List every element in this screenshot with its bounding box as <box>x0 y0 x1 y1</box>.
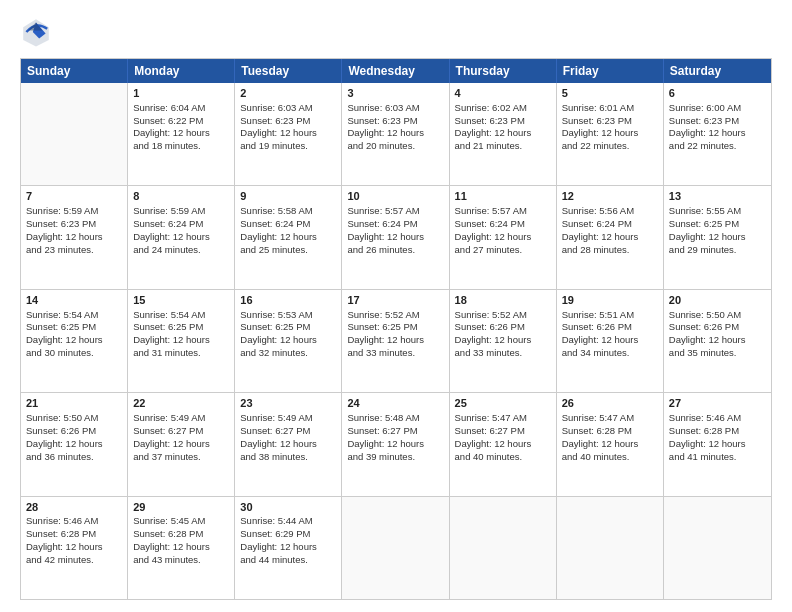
day-info: and 26 minutes. <box>347 244 443 257</box>
day-number: 23 <box>240 396 336 411</box>
day-info: Daylight: 12 hours <box>669 438 766 451</box>
page: Sunday Monday Tuesday Wednesday Thursday… <box>0 0 792 612</box>
day-info: Sunset: 6:26 PM <box>669 321 766 334</box>
day-info: Daylight: 12 hours <box>562 438 658 451</box>
calendar-cell: 18Sunrise: 5:52 AMSunset: 6:26 PMDayligh… <box>450 290 557 392</box>
day-info: Daylight: 12 hours <box>347 438 443 451</box>
day-info: Daylight: 12 hours <box>133 541 229 554</box>
calendar-cell: 15Sunrise: 5:54 AMSunset: 6:25 PMDayligh… <box>128 290 235 392</box>
day-info: and 23 minutes. <box>26 244 122 257</box>
day-info: Daylight: 12 hours <box>133 231 229 244</box>
day-info: and 38 minutes. <box>240 451 336 464</box>
day-info: and 22 minutes. <box>562 140 658 153</box>
day-info: Daylight: 12 hours <box>240 231 336 244</box>
calendar-row-2: 14Sunrise: 5:54 AMSunset: 6:25 PMDayligh… <box>21 290 771 393</box>
day-info: Sunset: 6:23 PM <box>347 115 443 128</box>
day-info: Daylight: 12 hours <box>347 127 443 140</box>
calendar-cell: 22Sunrise: 5:49 AMSunset: 6:27 PMDayligh… <box>128 393 235 495</box>
day-number: 17 <box>347 293 443 308</box>
calendar-cell: 23Sunrise: 5:49 AMSunset: 6:27 PMDayligh… <box>235 393 342 495</box>
day-info: Sunrise: 5:46 AM <box>669 412 766 425</box>
day-number: 25 <box>455 396 551 411</box>
day-info: Sunrise: 5:48 AM <box>347 412 443 425</box>
day-info: Daylight: 12 hours <box>240 127 336 140</box>
calendar-cell: 13Sunrise: 5:55 AMSunset: 6:25 PMDayligh… <box>664 186 771 288</box>
header-sunday: Sunday <box>21 59 128 83</box>
day-info: and 20 minutes. <box>347 140 443 153</box>
day-info: and 37 minutes. <box>133 451 229 464</box>
day-info: and 25 minutes. <box>240 244 336 257</box>
day-info: Sunrise: 5:49 AM <box>240 412 336 425</box>
day-number: 19 <box>562 293 658 308</box>
day-info: Daylight: 12 hours <box>669 127 766 140</box>
day-info: Sunrise: 5:52 AM <box>455 309 551 322</box>
logo <box>20 16 56 48</box>
day-info: and 33 minutes. <box>455 347 551 360</box>
day-info: Daylight: 12 hours <box>347 334 443 347</box>
day-info: Sunset: 6:24 PM <box>240 218 336 231</box>
day-number: 18 <box>455 293 551 308</box>
day-info: Sunrise: 6:02 AM <box>455 102 551 115</box>
calendar-cell: 10Sunrise: 5:57 AMSunset: 6:24 PMDayligh… <box>342 186 449 288</box>
calendar-cell <box>21 83 128 185</box>
day-info: Sunrise: 5:55 AM <box>669 205 766 218</box>
day-info: and 18 minutes. <box>133 140 229 153</box>
day-info: Daylight: 12 hours <box>455 438 551 451</box>
day-info: Sunset: 6:24 PM <box>455 218 551 231</box>
calendar-cell: 5Sunrise: 6:01 AMSunset: 6:23 PMDaylight… <box>557 83 664 185</box>
day-info: and 39 minutes. <box>347 451 443 464</box>
calendar-row-1: 7Sunrise: 5:59 AMSunset: 6:23 PMDaylight… <box>21 186 771 289</box>
day-number: 29 <box>133 500 229 515</box>
day-info: Sunrise: 5:58 AM <box>240 205 336 218</box>
day-info: Sunset: 6:29 PM <box>240 528 336 541</box>
day-info: Sunrise: 5:50 AM <box>669 309 766 322</box>
day-info: and 33 minutes. <box>347 347 443 360</box>
day-info: and 43 minutes. <box>133 554 229 567</box>
day-info: and 31 minutes. <box>133 347 229 360</box>
day-info: Sunrise: 5:57 AM <box>455 205 551 218</box>
day-info: Sunset: 6:23 PM <box>240 115 336 128</box>
calendar-cell: 9Sunrise: 5:58 AMSunset: 6:24 PMDaylight… <box>235 186 342 288</box>
day-info: Sunrise: 5:46 AM <box>26 515 122 528</box>
day-info: Sunset: 6:28 PM <box>133 528 229 541</box>
day-info: Sunrise: 5:59 AM <box>133 205 229 218</box>
day-info: Daylight: 12 hours <box>240 541 336 554</box>
day-info: Sunrise: 5:53 AM <box>240 309 336 322</box>
day-number: 22 <box>133 396 229 411</box>
day-info: Sunset: 6:23 PM <box>26 218 122 231</box>
calendar-cell: 7Sunrise: 5:59 AMSunset: 6:23 PMDaylight… <box>21 186 128 288</box>
day-number: 9 <box>240 189 336 204</box>
header-thursday: Thursday <box>450 59 557 83</box>
day-info: Sunrise: 5:47 AM <box>455 412 551 425</box>
day-number: 11 <box>455 189 551 204</box>
day-info: Sunrise: 5:51 AM <box>562 309 658 322</box>
calendar-cell: 3Sunrise: 6:03 AMSunset: 6:23 PMDaylight… <box>342 83 449 185</box>
day-number: 20 <box>669 293 766 308</box>
day-number: 27 <box>669 396 766 411</box>
calendar-cell: 26Sunrise: 5:47 AMSunset: 6:28 PMDayligh… <box>557 393 664 495</box>
day-info: Sunset: 6:28 PM <box>669 425 766 438</box>
day-info: Daylight: 12 hours <box>26 231 122 244</box>
day-info: Sunset: 6:26 PM <box>455 321 551 334</box>
day-info: Sunset: 6:26 PM <box>26 425 122 438</box>
day-number: 6 <box>669 86 766 101</box>
day-info: Sunrise: 5:47 AM <box>562 412 658 425</box>
day-info: and 42 minutes. <box>26 554 122 567</box>
day-info: Sunset: 6:25 PM <box>669 218 766 231</box>
day-info: Sunrise: 6:00 AM <box>669 102 766 115</box>
day-info: Daylight: 12 hours <box>669 231 766 244</box>
header <box>20 16 772 48</box>
day-info: Daylight: 12 hours <box>455 231 551 244</box>
day-info: Daylight: 12 hours <box>455 334 551 347</box>
calendar-cell <box>450 497 557 599</box>
day-info: Sunset: 6:27 PM <box>133 425 229 438</box>
day-info: and 29 minutes. <box>669 244 766 257</box>
day-info: Sunset: 6:25 PM <box>240 321 336 334</box>
calendar-row-4: 28Sunrise: 5:46 AMSunset: 6:28 PMDayligh… <box>21 497 771 599</box>
day-info: Daylight: 12 hours <box>562 334 658 347</box>
calendar-cell: 12Sunrise: 5:56 AMSunset: 6:24 PMDayligh… <box>557 186 664 288</box>
day-info: and 34 minutes. <box>562 347 658 360</box>
calendar-cell: 4Sunrise: 6:02 AMSunset: 6:23 PMDaylight… <box>450 83 557 185</box>
day-number: 24 <box>347 396 443 411</box>
day-info: and 19 minutes. <box>240 140 336 153</box>
